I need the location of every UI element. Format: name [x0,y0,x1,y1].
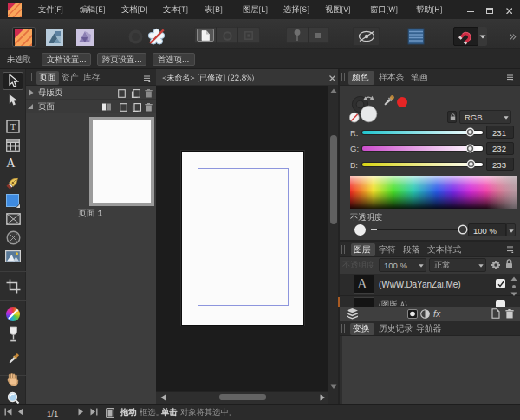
svg-text:T: T [10,121,16,132]
